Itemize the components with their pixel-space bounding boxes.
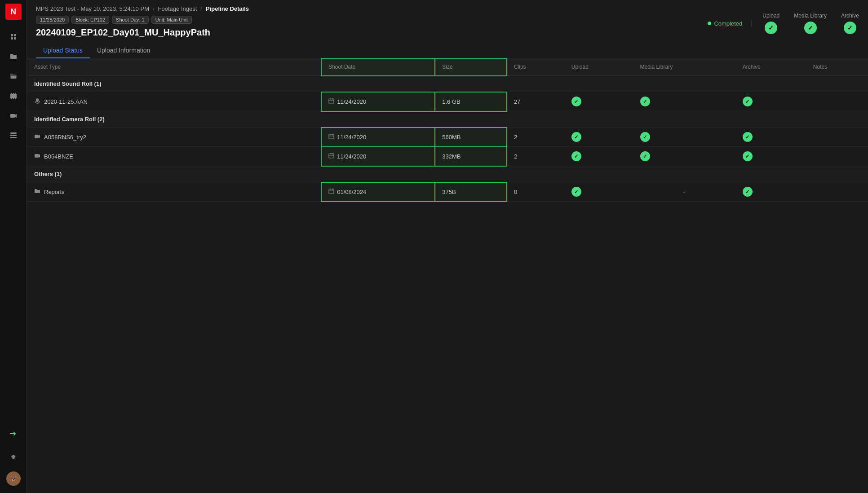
completed-dot	[708, 22, 711, 25]
completed-label: Completed	[714, 20, 742, 27]
shoot-date-value: 11/24/2020	[337, 98, 366, 105]
asset-name-text: B054BNZE	[44, 153, 73, 160]
status-col-archive: Archive ✓	[841, 13, 859, 34]
col-header-archive: Archive	[735, 58, 806, 76]
cell-archive: ✓	[735, 92, 806, 111]
svg-rect-4	[10, 94, 17, 98]
svg-rect-14	[10, 137, 17, 138]
folder-icon	[34, 188, 40, 196]
sidebar-item-play[interactable]	[4, 28, 22, 46]
status-col-media: Media Library ✓	[794, 13, 827, 34]
main-content: MPS 2023 Test - May 10, 2023, 5:24:10 PM…	[27, 0, 868, 493]
svg-rect-8	[11, 98, 12, 99]
svg-rect-21	[35, 135, 39, 138]
col-header-media-library: Media Library	[633, 58, 735, 76]
table-row: 2020-11-25.AAN 11/24/2020 1.6 GB 27 ✓ ✓ …	[27, 92, 868, 111]
svg-rect-6	[13, 93, 14, 94]
col-header-asset-type: Asset Type	[27, 58, 321, 76]
cell-clips: 2	[507, 128, 564, 147]
cell-media-library: -	[633, 182, 735, 202]
svg-rect-10	[15, 98, 16, 99]
svg-rect-1	[14, 34, 16, 36]
cell-shoot-date: 01/08/2024	[321, 182, 435, 202]
cell-media-library: ✓	[633, 92, 735, 111]
svg-rect-13	[10, 135, 17, 136]
cell-size: 560MB	[435, 128, 507, 147]
svg-rect-12	[10, 132, 17, 134]
cell-shoot-date: 11/24/2020	[321, 147, 435, 166]
sidebar-item-video[interactable]	[4, 107, 22, 125]
col-header-size: Size	[435, 58, 507, 76]
group-header-row: Identified Camera Roll (2)	[27, 111, 868, 128]
cell-size: 332MB	[435, 147, 507, 166]
cell-asset-type: A058RNS6_try2	[27, 128, 321, 147]
cell-upload: ✓	[564, 92, 633, 111]
svg-rect-5	[11, 93, 12, 94]
calendar-icon	[328, 153, 334, 160]
cell-media-library: ✓	[633, 128, 735, 147]
svg-rect-17	[329, 99, 334, 103]
cell-upload: ✓	[564, 147, 633, 166]
pipeline-icon[interactable]	[4, 425, 22, 443]
status-archive-check: ✓	[844, 22, 856, 34]
svg-rect-11	[10, 114, 15, 118]
col-header-notes: Notes	[806, 58, 868, 76]
table-wrapper: Asset Type Shoot Date Size Clips Upload …	[27, 58, 868, 202]
badge-date: 11/25/2020	[36, 16, 69, 24]
cell-asset-type: 2020-11-25.AAN	[27, 92, 321, 111]
tabs: Upload Status Upload Information	[36, 43, 859, 58]
completed-status: Completed	[708, 20, 752, 27]
sidebar-item-folder[interactable]	[4, 48, 22, 66]
tab-upload-info[interactable]: Upload Information	[90, 43, 157, 58]
cell-notes	[806, 128, 868, 147]
sidebar-item-folder2[interactable]	[4, 67, 22, 85]
mic-icon	[34, 98, 40, 106]
status-col-upload: Upload ✓	[762, 13, 779, 34]
group-header-row: Identified Sound Roll (1)	[27, 76, 868, 92]
camera-icon	[34, 133, 40, 141]
breadcrumb-project: MPS 2023 Test - May 10, 2023, 5:24:10 PM	[36, 5, 149, 12]
avatar[interactable]: 🐻	[6, 471, 21, 486]
svg-rect-15	[36, 98, 39, 102]
cell-upload: ✓	[564, 182, 633, 202]
cell-clips: 2	[507, 147, 564, 166]
table-header-row: Asset Type Shoot Date Size Clips Upload …	[27, 58, 868, 76]
separator2: /	[200, 5, 202, 12]
cell-notes	[806, 147, 868, 166]
settings-icon[interactable]	[4, 449, 22, 467]
svg-rect-2	[11, 37, 13, 40]
cell-asset-type: Reports	[27, 182, 321, 202]
calendar-icon	[328, 133, 334, 141]
sidebar: N 🐻	[0, 0, 27, 493]
cell-archive: ✓	[735, 128, 806, 147]
breadcrumb-page: Pipeline Details	[206, 5, 249, 12]
svg-rect-0	[11, 34, 13, 36]
col-header-shoot-date: Shoot Date	[321, 58, 435, 76]
status-upload-check: ✓	[765, 22, 777, 34]
header: MPS 2023 Test - May 10, 2023, 5:24:10 PM…	[27, 0, 868, 58]
cell-clips: 27	[507, 92, 564, 111]
separator1: /	[153, 5, 155, 12]
breadcrumb-section: Footage Ingest	[158, 5, 197, 12]
netflix-logo[interactable]: N	[5, 4, 22, 20]
cell-shoot-date: 11/24/2020	[321, 92, 435, 111]
cell-notes	[806, 182, 868, 202]
cell-clips: 0	[507, 182, 564, 202]
status-media-label: Media Library	[794, 13, 827, 19]
table-row: Reports 01/08/2024 375B 0 ✓ - ✓	[27, 182, 868, 202]
svg-rect-27	[329, 154, 334, 158]
badge-row: 11/25/2020 Block: EP102 Shoot Day: 1 Uni…	[36, 16, 249, 24]
breadcrumb: MPS 2023 Test - May 10, 2023, 5:24:10 PM…	[36, 5, 249, 12]
svg-rect-31	[329, 189, 334, 194]
cell-upload: ✓	[564, 128, 633, 147]
cell-archive: ✓	[735, 147, 806, 166]
header-status-icons: Upload ✓ Media Library ✓ Archive ✓	[752, 13, 859, 34]
sidebar-item-collection[interactable]	[4, 127, 22, 145]
group-header-row: Others (1)	[27, 166, 868, 182]
asset-name-text: Reports	[44, 189, 65, 195]
camera-icon	[34, 153, 40, 160]
tab-upload-status[interactable]: Upload Status	[36, 43, 90, 58]
cell-size: 375B	[435, 182, 507, 202]
sidebar-item-film[interactable]	[4, 87, 22, 105]
badge-shoot-day: Shoot Day: 1	[112, 16, 149, 24]
